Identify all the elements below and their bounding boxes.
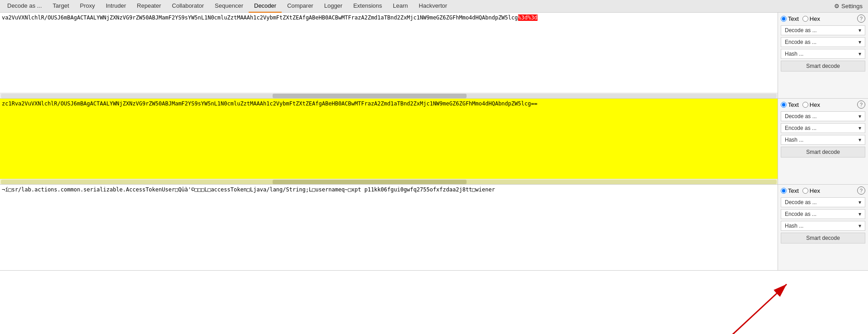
- row3-radio-row: Text Hex ?: [781, 186, 865, 195]
- nav-dashboard[interactable]: Decode as ...: [2, 0, 47, 13]
- nav-comparer[interactable]: Comparer: [282, 0, 319, 13]
- row2-text-radio-label[interactable]: Text: [781, 101, 799, 108]
- row3-hash-dropdown[interactable]: Hash ... ▾: [781, 221, 865, 231]
- row1-text-radio[interactable]: [781, 16, 787, 22]
- row2-hash-chevron: ▾: [859, 137, 861, 143]
- row2-hex-radio-label[interactable]: Hex: [802, 101, 820, 108]
- row2-encode-label: Encode as ...: [785, 125, 816, 131]
- main-content: va2VuVXNlchlR/OUSJ6mBAgACTAALYWNjZXNzVG9…: [0, 13, 868, 334]
- decoder-row-3: ¬í□sr/lab.actions.common.serializable.Ac…: [0, 185, 868, 271]
- nav-logger[interactable]: Logger: [319, 0, 348, 13]
- row1-text-body[interactable]: va2VuVXNlchlR/OUSJ6mBAgACTAALYWNjZXNzVG9…: [0, 13, 778, 93]
- row2-hash-dropdown[interactable]: Hash ... ▾: [781, 135, 865, 145]
- bottom-area: [0, 271, 868, 334]
- row3-help-icon[interactable]: ?: [857, 186, 865, 195]
- row1-hash-label: Hash ...: [785, 51, 803, 57]
- row3-hash-chevron: ▾: [859, 223, 861, 229]
- nav-target[interactable]: Target: [47, 0, 75, 13]
- row3-hash-label: Hash ...: [785, 223, 803, 229]
- row3-encode-chevron: ▾: [859, 211, 861, 217]
- row1-text-red: %3d%3d: [518, 14, 538, 21]
- row2-encode-chevron: ▾: [859, 125, 861, 131]
- row2-decode-chevron: ▾: [859, 113, 861, 119]
- row3-text-radio-label[interactable]: Text: [781, 187, 799, 194]
- decoder-row-2: zc1Rva2VuVXNlchlR/OUSJ6mBAgACTAALYWNjZXN…: [0, 99, 868, 185]
- row1-text-normal: va2VuVXNlchlR/OUSJ6mBAgACTAALYWNjZXNzVG9…: [2, 14, 518, 21]
- row2-smart-decode-btn[interactable]: Smart decode: [781, 147, 865, 157]
- row2-text: zc1Rva2VuVXNlchlR/OUSJ6mBAgACTAALYWNjZXN…: [2, 100, 538, 107]
- row3-text: ¬í□sr/lab.actions.common.serializable.Ac…: [2, 186, 495, 193]
- row3-encode-label: Encode as ...: [785, 211, 816, 217]
- row3-decode-dropdown[interactable]: Decode as ... ▾: [781, 197, 865, 207]
- red-arrow: [696, 275, 796, 334]
- row1-smart-decode-btn[interactable]: Smart decode: [781, 61, 865, 72]
- row1-text-radio-label[interactable]: Text: [781, 15, 799, 22]
- row2-encode-dropdown[interactable]: Encode as ... ▾: [781, 123, 865, 133]
- row1-hash-dropdown[interactable]: Hash ... ▾: [781, 49, 865, 59]
- row1-decode-chevron: ▾: [859, 27, 861, 33]
- row1-text-area: va2VuVXNlchlR/OUSJ6mBAgACTAALYWNjZXNzVG9…: [0, 13, 778, 98]
- row3-decode-label: Decode as ...: [785, 199, 817, 205]
- row1-encode-chevron: ▾: [859, 39, 861, 45]
- row1-decode-dropdown[interactable]: Decode as ... ▾: [781, 25, 865, 35]
- row2-hash-label: Hash ...: [785, 137, 803, 143]
- nav-bar: Decode as ... Target Proxy Intruder Repe…: [0, 0, 868, 13]
- nav-intruder[interactable]: Intruder: [100, 0, 132, 13]
- row1-decode-label: Decode as ...: [785, 27, 817, 33]
- row2-scrollbar-thumb[interactable]: [273, 180, 467, 184]
- row2-controls: Text Hex ? Decode as ... ▾ Encode as ...…: [778, 99, 868, 184]
- row1-hex-radio[interactable]: [802, 16, 808, 22]
- row1-encode-label: Encode as ...: [785, 39, 816, 45]
- row2-help-icon[interactable]: ?: [857, 100, 865, 109]
- nav-extensions[interactable]: Extensions: [348, 0, 387, 13]
- nav-collaborator[interactable]: Collaborator: [166, 0, 209, 13]
- row3-hex-radio-label[interactable]: Hex: [802, 187, 820, 194]
- row3-text-area: ¬í□sr/lab.actions.common.serializable.Ac…: [0, 185, 778, 270]
- row1-hex-radio-label[interactable]: Hex: [802, 15, 820, 22]
- row2-scroll[interactable]: [0, 179, 778, 184]
- row2-decode-dropdown[interactable]: Decode as ... ▾: [781, 111, 865, 121]
- row3-text-radio[interactable]: [781, 188, 787, 194]
- nav-repeater[interactable]: Repeater: [132, 0, 166, 13]
- row2-decode-label: Decode as ...: [785, 113, 817, 119]
- row3-controls: Text Hex ? Decode as ... ▾ Encode as ...…: [778, 185, 868, 270]
- svg-line-1: [723, 284, 787, 334]
- row2-text-area: zc1Rva2VuVXNlchlR/OUSJ6mBAgACTAALYWNjZXN…: [0, 99, 778, 184]
- settings-button[interactable]: ⚙ Settings: [830, 2, 866, 10]
- nav-hackvertor[interactable]: Hackvertor: [413, 0, 453, 13]
- row3-text-body[interactable]: ¬í□sr/lab.actions.common.serializable.Ac…: [0, 185, 778, 270]
- row3-smart-decode-btn[interactable]: Smart decode: [781, 233, 865, 243]
- nav-learn[interactable]: Learn: [387, 0, 413, 13]
- row1-scroll[interactable]: [0, 93, 778, 98]
- row3-encode-dropdown[interactable]: Encode as ... ▾: [781, 209, 865, 219]
- row1-hash-chevron: ▾: [859, 51, 861, 57]
- row1-help-icon[interactable]: ?: [857, 14, 865, 23]
- row2-text-body[interactable]: zc1Rva2VuVXNlchlR/OUSJ6mBAgACTAALYWNjZXN…: [0, 99, 778, 179]
- row3-decode-chevron: ▾: [859, 199, 861, 205]
- nav-proxy[interactable]: Proxy: [75, 0, 100, 13]
- row1-radio-row: Text Hex ?: [781, 14, 865, 23]
- row1-encode-dropdown[interactable]: Encode as ... ▾: [781, 37, 865, 47]
- row2-text-radio[interactable]: [781, 102, 787, 108]
- row3-hex-radio[interactable]: [802, 188, 808, 194]
- decoder-row-1: va2VuVXNlchlR/OUSJ6mBAgACTAALYWNjZXNzVG9…: [0, 13, 868, 99]
- nav-decoder[interactable]: Decoder: [249, 0, 282, 13]
- row1-controls: Text Hex ? Decode as ... ▾ Encode as ...…: [778, 13, 868, 98]
- nav-sequencer[interactable]: Sequencer: [209, 0, 249, 13]
- row2-hex-radio[interactable]: [802, 102, 808, 108]
- row2-radio-row: Text Hex ?: [781, 100, 865, 109]
- row1-scrollbar-thumb[interactable]: [273, 94, 467, 98]
